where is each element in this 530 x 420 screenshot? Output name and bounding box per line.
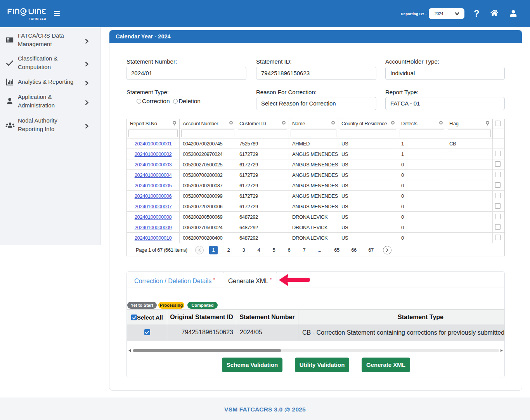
- svg-text:FORM 61B: FORM 61B: [29, 17, 46, 21]
